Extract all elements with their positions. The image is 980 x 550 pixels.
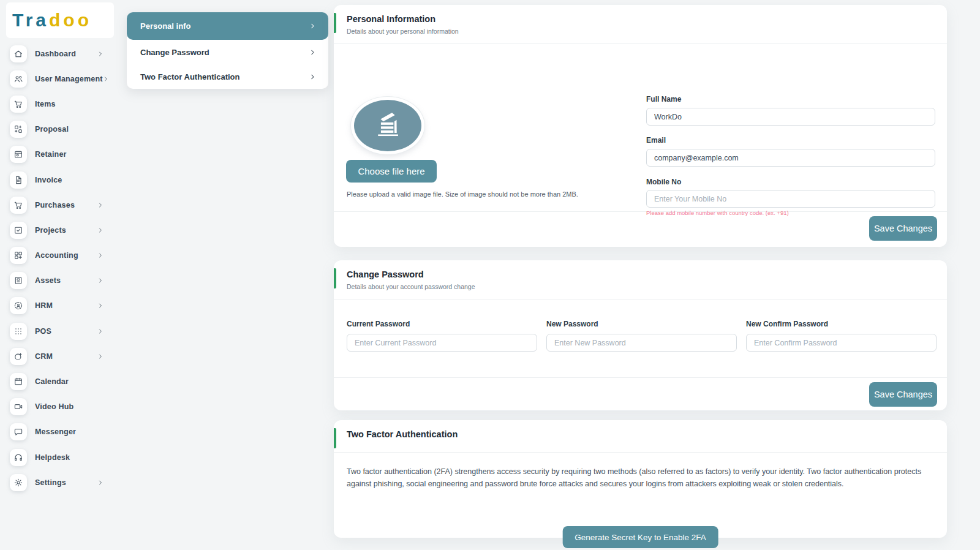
- new-confirm-password-label: New Confirm Password: [746, 320, 937, 328]
- mobile-input[interactable]: [646, 190, 935, 208]
- sidebar-item-label: Helpdesk: [35, 453, 70, 462]
- mobile-label: Mobile No: [646, 178, 681, 186]
- sidebar-nav: DashboardUser ManagementItemsProposalRet…: [10, 41, 104, 495]
- two-factor-card: Two Factor Authentication Two factor aut…: [334, 420, 947, 538]
- chevron-right-icon: [97, 277, 104, 284]
- personal-card-title: Personal Information: [347, 14, 935, 24]
- current-password-label: Current Password: [347, 320, 537, 328]
- submenu-item-label: Personal info: [140, 21, 190, 31]
- avatar: [351, 97, 424, 154]
- app-logo[interactable]: Tradoo: [6, 2, 114, 38]
- sidebar-item-invoice[interactable]: Invoice: [10, 167, 104, 192]
- cart-icon: [10, 96, 27, 113]
- chevron-right-icon: [97, 480, 104, 486]
- sidebar-item-accounting[interactable]: Accounting: [10, 243, 104, 268]
- disc-plus-icon: [10, 348, 27, 365]
- sidebar-item-label: User Management: [35, 75, 103, 83]
- sidebar-item-calendar[interactable]: Calendar: [10, 369, 104, 394]
- chevron-right-icon: [309, 23, 316, 29]
- sidebar-item-projects[interactable]: Projects: [10, 217, 104, 243]
- new-password-input[interactable]: [546, 334, 737, 352]
- sidebar-item-dashboard[interactable]: Dashboard: [10, 41, 104, 66]
- chevron-right-icon: [97, 51, 104, 57]
- transfer-icon: [10, 121, 27, 138]
- new-password-label: New Password: [546, 320, 737, 328]
- sidebar-item-label: Invoice: [35, 176, 62, 184]
- sidebar-item-purchases[interactable]: Purchases: [10, 192, 104, 217]
- twofa-card-body: Two factor authentication (2FA) strength…: [334, 453, 947, 534]
- submenu-item-personal-info[interactable]: Personal info: [127, 12, 328, 40]
- password-field-group-new-password: New Password: [546, 320, 737, 352]
- sidebar-item-label: Projects: [35, 226, 66, 235]
- submenu-item-two-factor-authentication[interactable]: Two Factor Authentication: [127, 64, 328, 89]
- logo-text-yellow: doo: [49, 10, 92, 30]
- password-field-group-new-confirm-password: New Confirm Password: [746, 320, 937, 352]
- chat-icon: [10, 423, 27, 440]
- submenu-item-label: Change Password: [140, 48, 209, 57]
- chevron-right-icon: [97, 303, 104, 309]
- full-name-label: Full Name: [646, 95, 681, 104]
- headset-icon: [10, 449, 27, 466]
- logo-text-teal: Tra: [12, 10, 49, 30]
- sidebar-item-pos[interactable]: POS: [10, 318, 104, 344]
- password-field-group-current-password: Current Password: [347, 320, 537, 352]
- sidebar-item-hrm[interactable]: HRM: [10, 293, 104, 318]
- accent-bar: [334, 428, 336, 448]
- sidebar-item-settings[interactable]: Settings: [10, 470, 104, 495]
- new-confirm-password-input[interactable]: [746, 334, 937, 352]
- chevron-right-icon: [103, 76, 109, 82]
- submenu-item-change-password[interactable]: Change Password: [127, 40, 328, 64]
- personal-card-header: Personal Information Details about your …: [334, 5, 947, 35]
- current-password-input[interactable]: [347, 334, 537, 352]
- full-name-input[interactable]: [646, 108, 935, 126]
- sidebar-item-assets[interactable]: Assets: [10, 268, 104, 293]
- sidebar-item-proposal[interactable]: Proposal: [10, 117, 104, 142]
- sidebar-item-label: Dashboard: [35, 50, 76, 58]
- sidebar-item-label: Purchases: [35, 201, 75, 209]
- password-card-body: Current PasswordNew PasswordNew Confirm …: [334, 299, 947, 377]
- twofa-description: Two factor authentication (2FA) strength…: [347, 465, 935, 490]
- sidebar-item-label: Proposal: [35, 125, 69, 134]
- settings-submenu: Personal infoChange PasswordTwo Factor A…: [127, 12, 328, 89]
- chevron-right-icon: [309, 49, 316, 56]
- sidebar-item-retainer[interactable]: Retainer: [10, 142, 104, 167]
- password-card-subtitle: Details about your account password chan…: [347, 283, 935, 290]
- video-icon: [10, 398, 27, 415]
- password-card-footer: Save Changes: [334, 378, 947, 413]
- sidebar-item-helpdesk[interactable]: Helpdesk: [10, 445, 104, 470]
- email-label: Email: [646, 136, 666, 145]
- sidebar-item-label: CRM: [35, 352, 53, 361]
- password-card-title: Change Password: [347, 269, 935, 279]
- email-field[interactable]: [646, 149, 935, 167]
- sidebar-item-items[interactable]: Items: [10, 91, 104, 116]
- sidebar-item-crm[interactable]: CRM: [10, 344, 104, 369]
- save-changes-button[interactable]: Save Changes: [869, 382, 937, 407]
- home-icon: [10, 45, 27, 62]
- sidebar-item-messenger[interactable]: Messenger: [10, 420, 104, 445]
- dots-grid-icon: [10, 323, 27, 340]
- checkbox-icon: [10, 222, 27, 239]
- chevron-right-icon: [97, 227, 104, 233]
- save-changes-button[interactable]: Save Changes: [869, 216, 937, 241]
- twofa-card-header: Two Factor Authentication: [334, 420, 947, 439]
- users-icon: [10, 70, 27, 88]
- building-icon: [354, 100, 421, 151]
- accent-bar: [334, 13, 336, 33]
- upload-note: Please upload a valid image file. Size o…: [347, 190, 578, 198]
- change-password-card: Change Password Details about your accou…: [334, 260, 947, 410]
- sidebar-item-video-hub[interactable]: Video Hub: [10, 394, 104, 420]
- submenu-item-label: Two Factor Authentication: [140, 72, 240, 81]
- generate-secret-key-button[interactable]: Generate Secret Key to Enable 2FA: [562, 526, 718, 548]
- grid-plus-icon: [10, 247, 27, 264]
- card-icon: [10, 146, 27, 163]
- chevron-right-icon: [97, 202, 104, 208]
- sidebar-item-label: Assets: [35, 276, 61, 285]
- sidebar-item-user-management[interactable]: User Management: [10, 66, 104, 91]
- password-card-header: Change Password Details about your accou…: [334, 260, 947, 290]
- sidebar-item-label: Retainer: [35, 150, 67, 159]
- personal-card-subtitle: Details about your personal information: [347, 28, 935, 35]
- device-icon: [10, 272, 27, 289]
- choose-file-button[interactable]: Choose file here: [346, 160, 437, 183]
- personal-card-body: Choose file here Please upload a valid i…: [334, 44, 947, 211]
- sidebar-item-label: POS: [35, 327, 51, 336]
